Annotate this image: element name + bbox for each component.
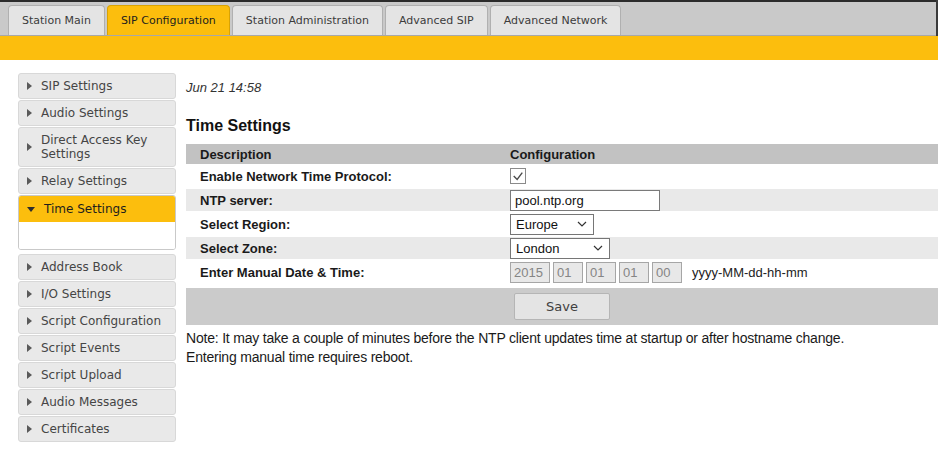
save-row: Save <box>186 288 938 325</box>
tab-station-main[interactable]: Station Main <box>8 5 105 35</box>
tab-advanced-network[interactable]: Advanced Network <box>490 5 622 35</box>
sidebar-item-certificates[interactable]: Certificates <box>18 416 176 442</box>
sidebar-item-script-events[interactable]: Script Events <box>18 335 176 361</box>
sidebar-item-label: Certificates <box>41 422 110 436</box>
chevron-right-icon <box>27 109 32 117</box>
chevron-right-icon <box>27 290 32 298</box>
time-settings-table: Description Configuration Enable Network… <box>186 144 938 325</box>
table-row-ntp-enable: Enable Network Time Protocol: <box>186 165 938 189</box>
sidebar-item-direct-access-key-settings[interactable]: Direct Access Key Settings <box>18 127 176 167</box>
accent-banner <box>0 36 938 60</box>
sidebar-item-label: Address Book <box>41 260 122 274</box>
sidebar-item-io-settings[interactable]: I/O Settings <box>18 281 176 307</box>
region-select-value: Europe <box>516 217 558 232</box>
datetime-format-hint: yyyy-MM-dd-hh-mm <box>692 265 808 280</box>
app-window: { "colors": { "accent_orange": "#fcbe0d"… <box>0 0 938 466</box>
zone-select-value: London <box>516 241 559 256</box>
row-label: Enter Manual Date & Time: <box>186 265 510 280</box>
sidebar-submenu-panel <box>19 222 175 249</box>
page-title: Time Settings <box>186 117 938 135</box>
sidebar-item-label: Time Settings <box>44 202 126 216</box>
sidebar-item-audio-settings[interactable]: Audio Settings <box>18 100 176 126</box>
table-row-manual-datetime: Enter Manual Date & Time: yyyy-MM-dd-hh-… <box>186 261 938 285</box>
sidebar-item-time-settings[interactable]: Time Settings <box>19 196 175 222</box>
manual-year-input[interactable] <box>510 262 550 283</box>
chevron-right-icon <box>27 317 32 325</box>
chevron-right-icon <box>27 398 32 406</box>
sidebar-item-sip-settings[interactable]: SIP Settings <box>18 73 176 99</box>
row-label: NTP server: <box>186 193 510 208</box>
sidebar-item-label: Script Events <box>41 341 120 355</box>
ntp-server-input[interactable] <box>510 190 660 211</box>
sidebar-item-address-book[interactable]: Address Book <box>18 254 176 280</box>
checkmark-icon <box>512 170 524 182</box>
column-header-description: Description <box>186 147 510 162</box>
chevron-right-icon <box>27 143 32 151</box>
ntp-enabled-checkbox[interactable] <box>510 168 526 184</box>
chevron-right-icon <box>27 82 32 90</box>
sidebar-nav: SIP Settings Audio Settings Direct Acces… <box>18 73 176 443</box>
sidebar-item-time-settings-expanded: Time Settings <box>18 195 176 250</box>
table-row-select-region: Select Region: Europe <box>186 213 938 237</box>
chevron-down-icon <box>577 221 587 227</box>
manual-hour-input[interactable] <box>619 262 649 283</box>
tab-advanced-sip[interactable]: Advanced SIP <box>385 5 488 35</box>
chevron-down-icon <box>593 245 603 251</box>
note-line-2: Entering manual time requires reboot. <box>186 348 938 367</box>
sidebar-item-label: Relay Settings <box>41 174 127 188</box>
table-header-row: Description Configuration <box>186 144 938 165</box>
sidebar-item-label: Audio Settings <box>41 106 128 120</box>
device-timestamp: Jun 21 14:58 <box>186 80 938 95</box>
column-header-configuration: Configuration <box>510 147 938 162</box>
row-label: Select Region: <box>186 217 510 232</box>
note-line-1: Note: It may take a couple of minutes be… <box>186 329 938 348</box>
tab-sip-configuration[interactable]: SIP Configuration <box>107 5 230 35</box>
save-button[interactable]: Save <box>514 293 610 320</box>
note-text: Note: It may take a couple of minutes be… <box>186 329 938 367</box>
chevron-right-icon <box>27 344 32 352</box>
tab-bar: Station Main SIP Configuration Station A… <box>0 2 938 36</box>
chevron-right-icon <box>27 263 32 271</box>
table-row-ntp-server: NTP server: <box>186 189 938 213</box>
manual-minute-input[interactable] <box>652 262 682 283</box>
manual-day-input[interactable] <box>586 262 616 283</box>
manual-month-input[interactable] <box>553 262 583 283</box>
chevron-right-icon <box>27 177 32 185</box>
sidebar-item-label: Direct Access Key Settings <box>41 133 169 161</box>
row-label: Enable Network Time Protocol: <box>186 169 510 184</box>
sidebar-item-label: Script Configuration <box>41 314 161 328</box>
row-label: Select Zone: <box>186 241 510 256</box>
sidebar-item-audio-messages[interactable]: Audio Messages <box>18 389 176 415</box>
chevron-right-icon <box>27 425 32 433</box>
sidebar-item-label: SIP Settings <box>41 79 112 93</box>
sidebar-item-label: Script Upload <box>41 368 122 382</box>
sidebar-item-script-configuration[interactable]: Script Configuration <box>18 308 176 334</box>
table-row-select-zone: Select Zone: London <box>186 237 938 261</box>
chevron-down-icon <box>27 207 35 212</box>
sidebar-item-label: Audio Messages <box>41 395 138 409</box>
sidebar-item-script-upload[interactable]: Script Upload <box>18 362 176 388</box>
main-content: Jun 21 14:58 Time Settings Description C… <box>186 73 938 367</box>
zone-select[interactable]: London <box>510 238 610 259</box>
region-select[interactable]: Europe <box>510 214 594 235</box>
sidebar-item-label: I/O Settings <box>41 287 111 301</box>
chevron-right-icon <box>27 371 32 379</box>
tab-station-administration[interactable]: Station Administration <box>232 5 383 35</box>
sidebar-item-relay-settings[interactable]: Relay Settings <box>18 168 176 194</box>
